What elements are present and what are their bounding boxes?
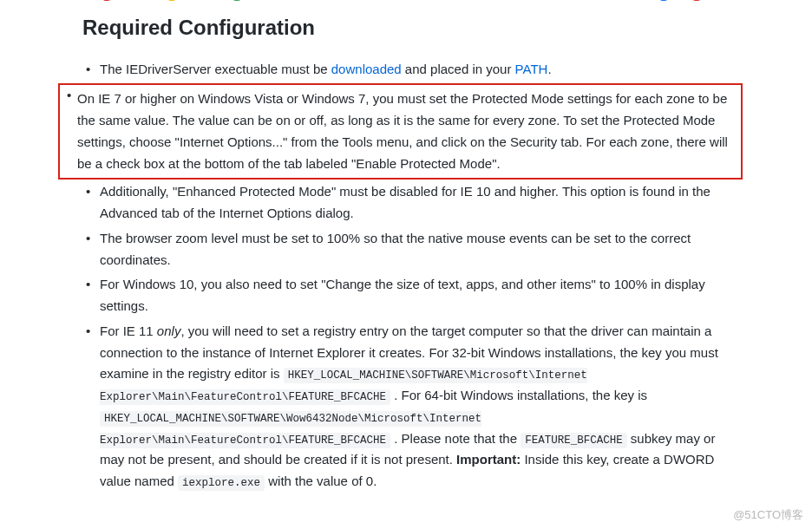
text: The browser zoom level must be set to 10… <box>100 231 691 267</box>
list-item: Additionally, "Enhanced Protected Mode" … <box>82 181 734 225</box>
list-item: The IEDriverServer exectuable must be do… <box>82 59 734 81</box>
text: Additionally, "Enhanced Protected Mode" … <box>100 184 710 220</box>
configuration-list: The IEDriverServer exectuable must be do… <box>82 59 734 493</box>
page-heading: Required Configuration <box>82 10 734 45</box>
link[interactable]: downloaded <box>331 62 402 76</box>
text: and placed in your <box>402 62 515 76</box>
text: with the value of 0. <box>265 473 377 488</box>
list-item: The browser zoom level must be set to 10… <box>82 228 734 271</box>
list-item: For IE 11 only, you will need to set a r… <box>82 321 734 493</box>
document-content: Required Configuration The IEDriverServe… <box>0 0 812 513</box>
list-item: For Windows 10, you also need to set "Ch… <box>82 274 734 317</box>
list-item: On IE 7 or higher on Windows Vista or Wi… <box>58 83 743 180</box>
code-snippet: iexplore.exe <box>178 475 265 491</box>
text: . Please note that the <box>390 431 521 446</box>
watermark: @51CTO博客 <box>733 506 803 524</box>
text: . For 64-bit Windows installations, the … <box>390 388 647 402</box>
text: On IE 7 or higher on Windows Vista or Wi… <box>77 91 728 170</box>
code-snippet: FEATURE_BFCACHE <box>521 433 627 448</box>
text: For IE 11 <box>100 323 157 338</box>
strong-text: Important: <box>456 452 521 467</box>
text: . <box>547 62 551 76</box>
text: The IEDriverServer exectuable must be <box>100 62 331 76</box>
link[interactable]: PATH <box>515 62 548 76</box>
emphasis: only <box>157 323 181 338</box>
text: For Windows 10, you also need to set "Ch… <box>100 277 705 313</box>
